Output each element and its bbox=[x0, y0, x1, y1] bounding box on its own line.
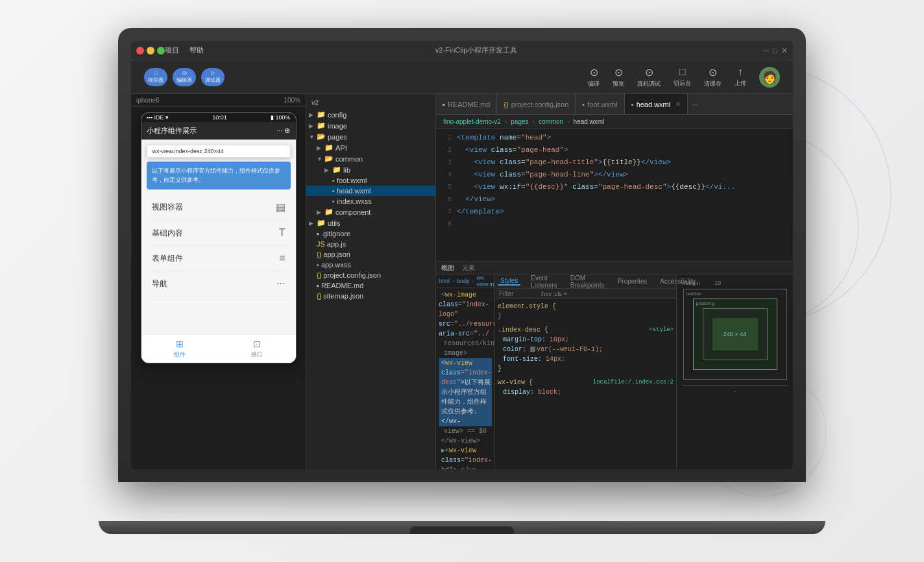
user-avatar[interactable]: 🧑 bbox=[759, 67, 780, 88]
close-icon[interactable]: ✕ bbox=[781, 46, 788, 55]
editor-button[interactable]: ◎ 编辑器 bbox=[173, 68, 196, 86]
style-tab-event[interactable]: Event Listeners bbox=[528, 275, 560, 289]
device-label: iphone6 bbox=[136, 97, 160, 104]
code-editor[interactable]: 1 <template name="head"> 2 <view class="… bbox=[436, 129, 793, 262]
tree-item-appjs[interactable]: JS app.js bbox=[306, 239, 435, 249]
margin-value: 10 bbox=[714, 280, 721, 286]
tree-item-sitemap[interactable]: {} sitemap.json bbox=[306, 291, 435, 301]
status-battery: ▮ 100% bbox=[271, 114, 291, 121]
menu-item-view-container[interactable]: 视图容器 ▤ bbox=[147, 195, 291, 221]
tree-item-api[interactable]: ▶ 📁 API bbox=[306, 142, 435, 153]
nav-component[interactable]: ⊞ 组件 bbox=[141, 339, 219, 359]
tree-item-common-label: common bbox=[335, 155, 363, 163]
tree-item-appwxss[interactable]: ▪ app.wxss bbox=[306, 260, 435, 270]
tree-item-foot-label: foot.wxml bbox=[337, 177, 367, 184]
tab-bar: ▪ README.md {} project.config.json ▪ foo… bbox=[436, 94, 793, 115]
minimize-button[interactable] bbox=[147, 47, 154, 55]
tree-item-config-label: config bbox=[328, 111, 346, 119]
file-foot-icon: ▪ bbox=[332, 177, 335, 184]
phone-content-area: wx-view.index-desc 240×44 以下将展示小程序官方组件能力… bbox=[141, 140, 296, 334]
file-projjson-icon: {} bbox=[317, 271, 321, 279]
dom-html[interactable]: html bbox=[439, 278, 450, 284]
compile-action[interactable]: ⊙ 编译 bbox=[588, 66, 600, 88]
tree-item-appjson[interactable]: {} app.json bbox=[306, 249, 435, 260]
preview-action[interactable]: ⊙ 预览 bbox=[613, 66, 624, 88]
editor-icon: ◎ bbox=[182, 70, 187, 76]
css-link-wxview[interactable]: localfile:/.index.css:2 bbox=[593, 378, 674, 387]
style-tab-styles[interactable]: Styles bbox=[498, 277, 520, 286]
menu-help[interactable]: 帮助 bbox=[189, 45, 204, 55]
line-content-3: <view class="page-head-title">{{title}}<… bbox=[457, 156, 671, 168]
menu-project[interactable]: 项目 bbox=[165, 45, 179, 55]
tree-item-projjson-label: project.config.json bbox=[323, 271, 381, 279]
devtools-tab-elements[interactable]: 元素 bbox=[462, 263, 475, 273]
tab-close-head[interactable]: ✕ bbox=[675, 101, 681, 108]
simulator-button[interactable]: □ 模拟器 bbox=[144, 68, 167, 86]
dom-wxview-index[interactable]: wx-view.index bbox=[477, 275, 494, 287]
debugger-button[interactable]: ▷ 调试器 bbox=[201, 68, 225, 86]
clear-cache-action[interactable]: ⊙ 清缓存 bbox=[704, 66, 722, 88]
upload-action[interactable]: ↑ 上传 bbox=[735, 66, 746, 88]
tree-item-projectjson[interactable]: {} project.config.json bbox=[306, 270, 435, 280]
css-link-style[interactable]: <style> bbox=[649, 325, 674, 335]
clear-cache-label: 清缓存 bbox=[704, 80, 722, 88]
simulator-label: 模拟器 bbox=[148, 77, 164, 84]
file-head-icon: ▪ bbox=[332, 187, 335, 195]
style-tab-props[interactable]: Properties bbox=[615, 278, 650, 285]
close-button[interactable] bbox=[136, 47, 144, 55]
real-debug-action[interactable]: ⊙ 真机调试 bbox=[637, 66, 661, 88]
devtools-html-content[interactable]: <wx-image class="index-logo" src="../res… bbox=[436, 287, 494, 469]
tab-project-config[interactable]: {} project.config.json bbox=[497, 94, 576, 114]
tree-item-utils[interactable]: ▶ 📁 utils bbox=[306, 217, 435, 228]
menu-item-basic-icon: T bbox=[279, 227, 286, 239]
menu-item-basic-content[interactable]: 基础内容 T bbox=[147, 221, 291, 246]
menu-item-nav[interactable]: 导航 ··· bbox=[147, 271, 291, 297]
tab-head-icon: ▪ bbox=[631, 101, 634, 108]
tree-item-foot-wxml[interactable]: ▪ foot.wxml bbox=[306, 175, 435, 186]
window-controls bbox=[136, 47, 165, 55]
nav-api[interactable]: ⊡ 接口 bbox=[219, 339, 296, 359]
menu-item-form[interactable]: 表单组件 ≡ bbox=[147, 246, 291, 271]
tab-more[interactable]: ··· bbox=[688, 100, 702, 109]
dom-body[interactable]: body bbox=[457, 278, 470, 284]
background-action[interactable]: □ 切后台 bbox=[674, 66, 691, 88]
bc-sep1: › bbox=[505, 118, 507, 125]
css-prop-fontsize: font-size: 14px; bbox=[498, 356, 565, 363]
tree-item-common[interactable]: ▼ 📂 common bbox=[306, 153, 435, 164]
tree-item-pages[interactable]: ▼ 📂 pages bbox=[306, 131, 435, 142]
window-actions: ─ □ ✕ bbox=[749, 46, 788, 55]
code-line-1: 1 <template name="head"> bbox=[436, 132, 793, 144]
tree-item-index-wxss[interactable]: ▪ index.wxss bbox=[306, 196, 435, 206]
minimize-icon[interactable]: ─ bbox=[763, 46, 769, 55]
tree-item-head-wxml[interactable]: ▪ head.wxml bbox=[306, 186, 435, 196]
tree-item-readme[interactable]: ▪ README.md bbox=[306, 280, 435, 291]
tree-item-gitignore[interactable]: ▪ .gitignore bbox=[306, 228, 435, 239]
tab-projconfig-label: project.config.json bbox=[511, 101, 569, 108]
maximize-button[interactable] bbox=[157, 47, 165, 55]
laptop-screen: 项目 帮助 v2-FinClip小程序开发工具 ─ □ ✕ □ bbox=[131, 41, 793, 469]
tree-item-appwxss-label: app.wxss bbox=[321, 261, 351, 269]
real-debug-icon: ⊙ bbox=[645, 66, 653, 79]
tab-readme[interactable]: ▪ README.md bbox=[436, 94, 497, 114]
dom-sep2: › bbox=[472, 278, 474, 284]
tree-item-lib[interactable]: ▶ 📁 lib bbox=[306, 164, 435, 175]
css-rule-empty: } bbox=[498, 312, 674, 321]
style-tab-dom[interactable]: DOM Breakpoints bbox=[568, 275, 607, 289]
maximize-icon[interactable]: □ bbox=[773, 46, 777, 55]
tree-item-api-label: API bbox=[335, 144, 347, 152]
styles-content: element.style { } .index-desc { <style> … bbox=[495, 299, 676, 469]
devtools-tab-overview[interactable]: 概图 bbox=[441, 263, 454, 273]
tree-item-config[interactable]: ▶ 📁 config bbox=[306, 109, 435, 120]
debugger-icon: ▷ bbox=[211, 70, 215, 76]
tree-item-utils-label: utils bbox=[328, 219, 341, 227]
line-content-6: </view> bbox=[457, 193, 495, 205]
folder-config-icon: 📁 bbox=[317, 110, 326, 119]
line-content-8 bbox=[457, 218, 461, 230]
bc-file: head.wxml bbox=[574, 118, 605, 125]
tree-item-component[interactable]: ▶ 📁 component bbox=[306, 206, 435, 217]
tree-item-image[interactable]: ▶ 📁 image bbox=[306, 120, 435, 131]
debugger-label: 调试器 bbox=[205, 77, 221, 84]
tab-foot-wxml[interactable]: ▪ foot.wxml bbox=[576, 94, 624, 114]
styles-filter-input[interactable] bbox=[499, 290, 538, 297]
tab-head-wxml[interactable]: ▪ head.wxml ✕ bbox=[625, 94, 688, 114]
